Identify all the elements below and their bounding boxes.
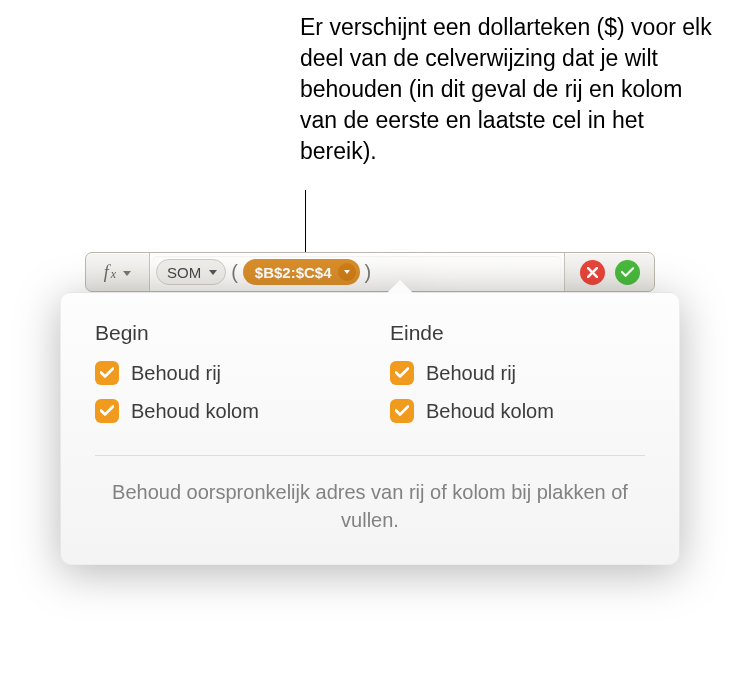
checkbox-checked-icon — [95, 399, 119, 423]
fx-icon-sub: x — [111, 267, 116, 282]
function-token[interactable]: SOM — [156, 259, 226, 285]
begin-preserve-row-checkbox[interactable]: Behoud rij — [95, 361, 350, 385]
confirm-button[interactable] — [615, 260, 640, 285]
divider — [95, 455, 645, 456]
cell-reference-token[interactable]: $B$2:$C$4 — [243, 259, 360, 285]
formula-bar: f x SOM ( $B$2:$C$4 ) — [85, 252, 655, 292]
help-text: Behoud oorspronkelijk adres van rij of k… — [95, 478, 645, 534]
check-icon — [621, 267, 634, 278]
checkbox-checked-icon — [390, 361, 414, 385]
open-paren: ( — [230, 261, 239, 284]
function-name: SOM — [167, 264, 201, 281]
callout-text: Er verschijnt een dollarteken ($) voor e… — [300, 12, 720, 167]
fx-icon: f — [104, 262, 109, 283]
begin-title: Begin — [95, 321, 350, 345]
checkbox-label: Behoud rij — [131, 362, 221, 385]
fx-dropdown[interactable]: f x — [86, 253, 150, 291]
popover-arrow — [386, 280, 414, 294]
checkbox-checked-icon — [95, 361, 119, 385]
checkbox-label: Behoud rij — [426, 362, 516, 385]
close-paren: ) — [364, 261, 373, 284]
begin-preserve-column-checkbox[interactable]: Behoud kolom — [95, 399, 350, 423]
end-group: Einde Behoud rij Behoud kolom — [390, 321, 645, 437]
end-preserve-column-checkbox[interactable]: Behoud kolom — [390, 399, 645, 423]
formula-actions — [564, 253, 654, 291]
callout-leader-line — [305, 190, 306, 252]
cancel-button[interactable] — [580, 260, 605, 285]
reference-dropdown-icon[interactable] — [338, 263, 356, 281]
end-preserve-row-checkbox[interactable]: Behoud rij — [390, 361, 645, 385]
checkbox-label: Behoud kolom — [426, 400, 554, 423]
close-icon — [587, 267, 598, 278]
preserve-reference-popover: Begin Behoud rij Behoud kolom Einde — [60, 292, 680, 565]
checkbox-checked-icon — [390, 399, 414, 423]
function-dropdown-icon[interactable] — [205, 264, 221, 280]
checkbox-label: Behoud kolom — [131, 400, 259, 423]
begin-group: Begin Behoud rij Behoud kolom — [95, 321, 350, 437]
formula-input[interactable]: SOM ( $B$2:$C$4 ) — [150, 253, 564, 291]
cell-reference-text: $B$2:$C$4 — [255, 264, 332, 281]
end-title: Einde — [390, 321, 645, 345]
chevron-down-icon — [123, 271, 131, 276]
